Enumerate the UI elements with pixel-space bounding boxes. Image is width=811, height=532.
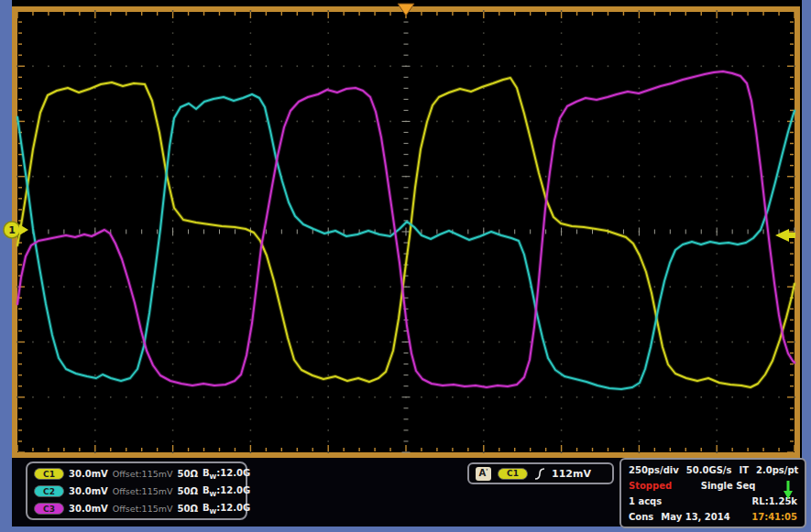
channel-row-c3[interactable]: C3 30.0mV Offset:115mV 50Ω BW:12.0G	[34, 500, 239, 517]
acq-count: 1 acqs	[629, 496, 662, 506]
c3-impedance: 50Ω	[177, 504, 197, 514]
channel-badge-c3[interactable]: C3	[34, 503, 64, 515]
sample-rate: 50.0GS/s	[686, 465, 732, 475]
c2-impedance: 50Ω	[177, 486, 197, 496]
trigger-source-badge: A'	[476, 467, 491, 481]
rising-edge-icon	[534, 467, 545, 481]
c2-scale: 30.0mV	[69, 486, 108, 496]
trace-c2	[17, 94, 795, 389]
acq-time: 17:41:05	[751, 512, 797, 522]
status-bar: C1 30.0mV Offset:115mV 50Ω BW:12.0G C2 3…	[12, 458, 802, 527]
trace-c2	[17, 94, 795, 389]
c1-impedance: 50Ω	[177, 469, 197, 479]
acq-status: Stopped	[629, 481, 672, 491]
channel-row-c1[interactable]: C1 30.0mV Offset:115mV 50Ω BW:12.0G	[34, 465, 239, 483]
ch1-marker-label: 1	[8, 224, 16, 236]
c1-bandwidth: BW:12.0G	[203, 468, 250, 481]
c2-offset: Offset:115mV	[113, 486, 173, 496]
channel-readout-box[interactable]: C1 30.0mV Offset:115mV 50Ω BW:12.0G C2 3…	[26, 461, 247, 520]
channel-badge-c1[interactable]: C1	[34, 468, 64, 480]
c3-bandwidth: BW:12.0G	[203, 503, 250, 516]
trigger-level: 112mV	[552, 468, 591, 480]
sample-resolution: 2.0ps/pt	[756, 465, 798, 475]
trigger-readout-box[interactable]: A' C1 112mV	[467, 462, 614, 484]
trigger-channel-badge[interactable]: C1	[498, 468, 528, 480]
c2-bandwidth: BW:12.0G	[203, 485, 250, 498]
channel-row-c2[interactable]: C2 30.0mV Offset:115mV 50Ω BW:12.0G	[34, 483, 239, 500]
c1-offset: Offset:115mV	[113, 469, 173, 479]
c3-scale: 30.0mV	[69, 504, 108, 514]
graticule	[16, 10, 795, 453]
c3-offset: Offset:115mV	[113, 504, 173, 514]
channel-badge-c2[interactable]: C2	[34, 485, 64, 497]
trigger-level-arrow[interactable]	[775, 229, 795, 242]
waveform-display: 1	[0, 0, 811, 532]
timebase: 250ps/div	[629, 465, 679, 475]
interp-mode: IT	[739, 465, 749, 475]
acq-date: May 13, 2014	[661, 512, 729, 522]
single-seq-arrow-icon	[783, 479, 794, 501]
c1-scale: 30.0mV	[69, 469, 108, 479]
acquisition-readout-box[interactable]: 250ps/div 50.0GS/s IT 2.0ps/pt Stopped S…	[619, 458, 806, 528]
ch1-reference-marker[interactable]: 1	[4, 222, 28, 238]
oscilloscope-window: 1 C1 30.0mV Offset:115mV 50Ω BW:12.0G C2…	[0, 0, 811, 532]
acq-label: Cons	[629, 512, 653, 522]
acq-mode: Single Seq	[701, 481, 756, 491]
